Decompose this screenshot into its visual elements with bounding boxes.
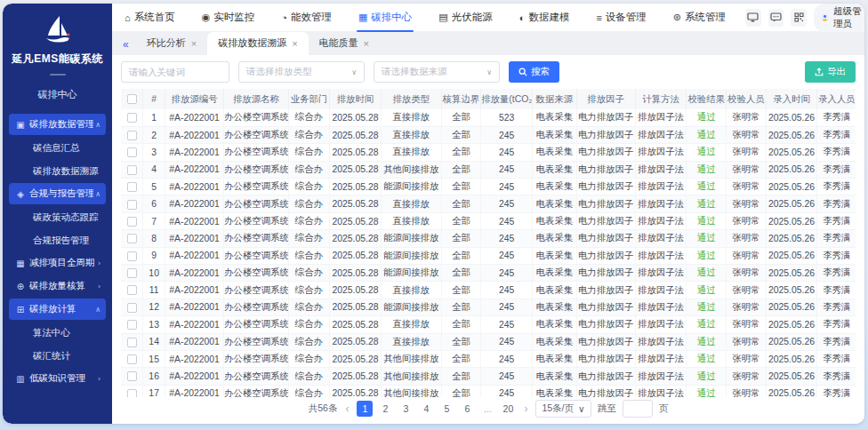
table-cell: 综合办 (288, 333, 329, 350)
row-checkbox[interactable] (127, 131, 137, 140)
nav-item-solar[interactable]: ▤光伏能源 (431, 4, 499, 32)
sidebar-group-label: 碳排放数据管理 (29, 118, 93, 131)
table-cell: 张明常 (727, 299, 767, 315)
sidebar-item-碳政策动态跟踪[interactable]: 碳政策动态跟踪 (3, 206, 112, 227)
sidebar-item-合规报告管理[interactable]: 合规报告管理 (3, 229, 112, 251)
export-button[interactable]: 导出 (805, 61, 856, 83)
screen-icon[interactable] (745, 9, 761, 27)
row-checkbox-cell (121, 316, 143, 333)
row-checkbox[interactable] (127, 354, 137, 364)
nav-item-system[interactable]: ⊛系统管理 (666, 4, 733, 32)
sidebar-group-3[interactable]: ⊕碳排放量核算› (9, 275, 106, 297)
data-source-select[interactable]: 请选择数据来源 ∨ (374, 61, 500, 83)
prev-page-icon[interactable]: ‹ (343, 402, 350, 415)
search-button[interactable]: 搜索 (509, 61, 559, 83)
sidebar-group-5[interactable]: ▥低碳知识管理› (9, 368, 106, 389)
qrcode-icon[interactable] (791, 9, 807, 27)
row-checkbox[interactable] (127, 320, 137, 330)
tab-1[interactable]: 碳排放数据溯源× (207, 32, 308, 55)
page-number[interactable]: 4 (418, 401, 434, 417)
table-cell: 电力排放因子 (576, 109, 635, 126)
table-cell: 办公楼空调系统 (224, 368, 289, 385)
page-number[interactable]: 20 (500, 401, 516, 417)
page-number[interactable]: 3 (398, 401, 414, 417)
table-cell: 李秀满 (817, 265, 856, 282)
page-number[interactable]: 2 (377, 401, 393, 417)
table-cell: 245 (481, 230, 533, 247)
select-all-checkbox[interactable] (127, 94, 137, 104)
message-icon[interactable] (768, 9, 784, 27)
table-cell: 排放因子法 (635, 316, 687, 333)
sidebar-menu: ▣碳排放数据管理∧碳信息汇总碳排放数据溯源◈合规与报告管理∧碳政策动态跟踪合规报… (3, 112, 112, 424)
emission-type-select[interactable]: 请选择排放类型 ∨ (238, 61, 365, 83)
page-number[interactable]: 5 (438, 401, 454, 417)
sidebar-item-碳汇统计[interactable]: 碳汇统计 (3, 345, 112, 366)
table-cell: 全部 (441, 247, 481, 264)
row-checkbox[interactable] (127, 217, 137, 227)
jump-page-input[interactable] (623, 400, 653, 418)
row-checkbox-cell (121, 212, 143, 229)
keyword-input[interactable] (121, 61, 229, 83)
row-checkbox[interactable] (127, 285, 137, 295)
row-checkbox[interactable] (127, 303, 137, 313)
sidebar-item-算法中心[interactable]: 算法中心 (3, 322, 112, 343)
table-row: 3#A-2022001办公楼空调系统综合办2025.05.28直接排放全部245… (121, 144, 856, 161)
sidebar-group-4[interactable]: ⊞碳排放计算∧ (9, 299, 106, 320)
row-checkbox[interactable] (127, 251, 137, 261)
user-menu[interactable]: 超级管理员 (814, 4, 864, 32)
page-number[interactable]: 6 (459, 401, 475, 417)
page-number[interactable]: 1 (357, 401, 373, 417)
nav-item-realtime[interactable]: ◉实时监控 (195, 4, 262, 32)
table-cell: #A-2022001 (165, 195, 224, 212)
column-header: 核算边界 (441, 89, 481, 109)
table-cell: 排放因子法 (635, 126, 687, 143)
tab-2[interactable]: 电能质量× (309, 32, 380, 55)
table-cell: 直接排放 (381, 282, 441, 299)
row-checkbox[interactable] (127, 389, 137, 397)
sidebar-group-2[interactable]: ▦减排项目全周期› (9, 252, 106, 274)
table-cell: 2025.05.28 (330, 126, 382, 143)
row-checkbox[interactable] (127, 338, 137, 347)
close-icon[interactable]: × (364, 38, 369, 49)
sidebar-group-0[interactable]: ▣碳排放数据管理∧ (9, 114, 106, 135)
row-checkbox[interactable] (127, 371, 137, 381)
close-icon[interactable]: × (292, 38, 297, 49)
table-cell: 2025.05.28 (330, 109, 382, 126)
nav-item-energy[interactable]: ◔能效管理 (274, 4, 339, 32)
row-checkbox[interactable] (127, 268, 137, 278)
table-cell: 14 (143, 333, 165, 350)
row-checkbox[interactable] (127, 113, 137, 123)
nav-item-modeling[interactable]: ◐数据建模 (512, 4, 577, 32)
nav-item-home[interactable]: ⌂系统首页 (117, 4, 182, 32)
table-cell: 全部 (441, 109, 481, 126)
row-checkbox[interactable] (127, 165, 137, 175)
table-cell: #A-2022001 (165, 316, 224, 333)
table-cell: 排放因子法 (635, 230, 687, 247)
table-cell: 8 (143, 230, 165, 247)
chevron-down-icon: ∨ (351, 68, 357, 76)
table-cell: 张明常 (727, 282, 767, 299)
table-cell: 综合办 (288, 299, 329, 315)
next-page-icon[interactable]: › (522, 402, 529, 415)
page-size-select[interactable]: 15条/页 ∨ (535, 400, 591, 418)
sidebar-group-1[interactable]: ◈合规与报告管理∧ (9, 183, 106, 204)
row-checkbox[interactable] (127, 200, 137, 210)
collapse-tabs-icon[interactable]: « (119, 38, 136, 55)
search-icon (518, 68, 527, 76)
table-cell: 李秀满 (817, 247, 856, 264)
table-row: 9#A-2022001办公楼空调系统综合办2025.05.28能源间接排放全部2… (121, 247, 856, 264)
close-icon[interactable]: × (191, 38, 197, 49)
row-checkbox[interactable] (127, 147, 137, 157)
tab-0[interactable]: 环比分析× (136, 32, 207, 55)
sidebar-item-碳信息汇总[interactable]: 碳信息汇总 (3, 137, 112, 158)
nav-item-device[interactable]: ≡设备管理 (589, 4, 653, 32)
row-checkbox[interactable] (127, 182, 137, 192)
table-cell: 电力排放因子 (576, 265, 635, 282)
table-cell: 245 (481, 126, 533, 143)
status-badge: 通过 (687, 282, 727, 299)
row-checkbox[interactable] (127, 234, 137, 243)
table-cell: #A-2022001 (165, 247, 224, 264)
sidebar-item-碳排放数据溯源[interactable]: 碳排放数据溯源 (3, 160, 112, 181)
nav-item-carbon[interactable]: ▦碳排中心 (351, 4, 419, 32)
table-cell: #A-2022001 (165, 299, 224, 315)
